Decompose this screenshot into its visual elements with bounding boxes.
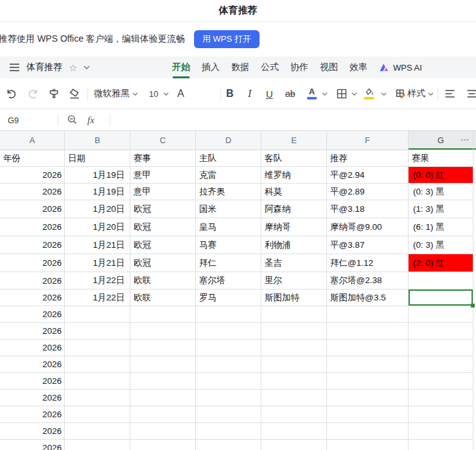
open-in-wps-button[interactable]: 用 WPS 打开 xyxy=(194,30,260,48)
cell-date[interactable]: 1月19日 xyxy=(65,167,130,184)
cell-league[interactable] xyxy=(130,423,196,440)
column-header-A[interactable]: A xyxy=(0,131,65,150)
cell-tip[interactable]: 塞尔塔@2.38 xyxy=(327,272,409,290)
cell-league[interactable] xyxy=(130,356,196,373)
field-header-cell[interactable]: 客队 xyxy=(261,150,327,167)
cell-league[interactable] xyxy=(130,340,196,356)
cell-home-team[interactable]: 国米 xyxy=(196,200,261,218)
cell-league[interactable] xyxy=(130,440,196,450)
strikethrough-button[interactable]: ab xyxy=(285,78,295,109)
borders-chevron-icon[interactable] xyxy=(351,78,357,109)
underline-button[interactable]: U xyxy=(266,78,273,109)
font-color-button[interactable]: A xyxy=(307,78,317,109)
cell-home-team[interactable]: 塞尔塔 xyxy=(196,272,261,290)
cell-result[interactable] xyxy=(409,423,473,440)
cell-tip[interactable] xyxy=(327,323,409,340)
cell-league[interactable] xyxy=(130,306,196,323)
cell-year[interactable]: 2026 xyxy=(0,167,65,184)
column-header-G[interactable]: G⋯ xyxy=(409,131,473,150)
cell-away-team[interactable]: 利物浦 xyxy=(261,236,327,254)
cell-date[interactable]: 1月21日 xyxy=(65,254,130,272)
tab-5[interactable]: 协作 xyxy=(290,56,308,78)
cell-league[interactable]: 意甲 xyxy=(130,167,196,184)
cell-tip[interactable]: 平@3.87 xyxy=(327,236,409,254)
cell-date[interactable]: 1月20日 xyxy=(65,218,130,236)
tab-1[interactable]: 开始 xyxy=(172,56,190,78)
cell-away-team[interactable] xyxy=(261,440,327,450)
selected-cell[interactable] xyxy=(409,290,473,306)
cell-date[interactable]: 1月22日 xyxy=(65,272,130,290)
cell-league[interactable] xyxy=(130,390,196,406)
hamburger-menu-icon[interactable] xyxy=(9,63,20,72)
cell-away-team[interactable]: 斯图加特 xyxy=(261,290,327,306)
tab-6[interactable]: 视图 xyxy=(320,56,338,78)
cell-result[interactable] xyxy=(409,440,473,450)
cell-tip[interactable] xyxy=(327,340,409,356)
cell-away-team[interactable]: 阿森纳 xyxy=(261,200,327,218)
cell-league[interactable]: 欧冠 xyxy=(130,218,196,236)
cell-year[interactable]: 2026 xyxy=(0,390,65,406)
font-name-select[interactable]: 微软雅黑 xyxy=(94,78,130,109)
cell-home-team[interactable]: 拉齐奥 xyxy=(196,184,261,200)
cell-year[interactable]: 2026 xyxy=(0,218,65,236)
cell-year[interactable]: 2026 xyxy=(0,184,65,200)
cell-date[interactable] xyxy=(65,356,130,373)
align-left-icon[interactable] xyxy=(444,78,456,109)
cell-home-team[interactable] xyxy=(196,440,261,450)
cell-result[interactable]: (0: 3) 黑 xyxy=(409,184,473,200)
cell-result[interactable]: (1: 3) 黑 xyxy=(409,200,473,218)
cell-date[interactable] xyxy=(65,373,130,390)
cell-league[interactable] xyxy=(130,373,196,390)
cell-date[interactable]: 1月22日 xyxy=(65,290,130,306)
font-color-chevron-icon[interactable] xyxy=(322,78,328,109)
cell-year[interactable]: 2026 xyxy=(0,406,65,423)
cell-home-team[interactable]: 马赛 xyxy=(196,236,261,254)
cell-league[interactable] xyxy=(130,406,196,423)
cell-away-team[interactable]: 摩纳哥 xyxy=(261,218,327,236)
cell-away-team[interactable]: 圣吉 xyxy=(261,254,327,272)
cell-tip[interactable]: 拜仁@1.12 xyxy=(327,254,409,272)
title-chevron-down-icon[interactable] xyxy=(84,65,90,70)
cell-league[interactable] xyxy=(130,323,196,340)
cell-tip[interactable] xyxy=(327,306,409,323)
font-name-chevron-icon[interactable] xyxy=(132,78,138,109)
cell-away-team[interactable] xyxy=(261,323,327,340)
cell-result[interactable]: (6: 1) 黑 xyxy=(409,218,473,236)
cell-date[interactable]: 1月19日 xyxy=(65,184,130,200)
cell-away-team[interactable]: 维罗纳 xyxy=(261,167,327,184)
cell-result[interactable]: (2: 0) 红 xyxy=(409,254,473,272)
field-header-cell[interactable]: 赛事 xyxy=(130,150,196,167)
cell-result[interactable] xyxy=(409,306,473,323)
cell-result[interactable] xyxy=(409,390,473,406)
cell-style-icon[interactable] xyxy=(395,78,407,109)
cell-style-label[interactable]: 样式 xyxy=(407,78,425,109)
cell-home-team[interactable]: 克雷 xyxy=(196,167,261,184)
cell-home-team[interactable] xyxy=(196,373,261,390)
cell-tip[interactable]: 平@2.89 xyxy=(327,184,409,200)
cell-date[interactable] xyxy=(65,440,130,450)
field-header-cell[interactable]: 主队 xyxy=(196,150,261,167)
bold-button[interactable]: B xyxy=(226,78,234,109)
cell-home-team[interactable] xyxy=(196,323,261,340)
cell-away-team[interactable] xyxy=(261,373,327,390)
field-header-cell[interactable]: 推荐 xyxy=(327,150,409,167)
cell-tip[interactable]: 平@3.18 xyxy=(327,200,409,218)
tab-2[interactable]: 插入 xyxy=(202,56,220,78)
cell-tip[interactable]: 摩纳哥@9.00 xyxy=(327,218,409,236)
cell-tip[interactable] xyxy=(327,373,409,390)
cell-away-team[interactable] xyxy=(261,340,327,356)
field-header-cell[interactable]: 日期 xyxy=(65,150,130,167)
insert-function-fx-icon[interactable]: fx xyxy=(87,109,94,131)
cell-date[interactable]: 1月21日 xyxy=(65,236,130,254)
cell-home-team[interactable]: 皇马 xyxy=(196,218,261,236)
cell-tip[interactable] xyxy=(327,390,409,406)
cell-year[interactable]: 2026 xyxy=(0,373,65,390)
cell-away-team[interactable] xyxy=(261,406,327,423)
cell-date[interactable] xyxy=(65,390,130,406)
italic-button[interactable]: I xyxy=(248,78,251,109)
cell-result[interactable]: (0: 3) 黑 xyxy=(409,236,473,254)
cell-result[interactable] xyxy=(409,323,473,340)
cell-date[interactable] xyxy=(65,306,130,323)
cell-tip[interactable] xyxy=(327,406,409,423)
cell-reference-box[interactable]: G9 xyxy=(8,109,19,131)
